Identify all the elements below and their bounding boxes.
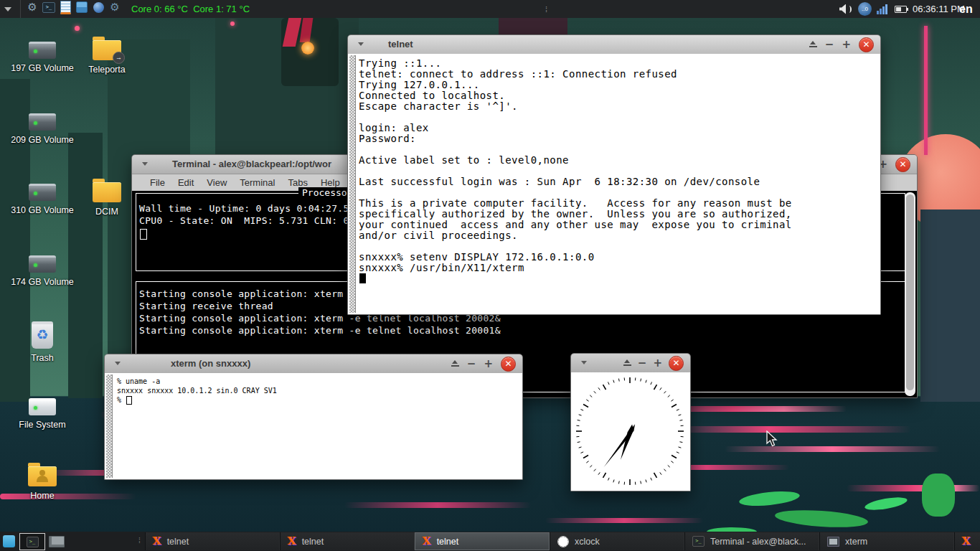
mouse-cursor <box>766 430 779 451</box>
telnet-titlebar[interactable]: telnet − + ✕ <box>348 35 880 55</box>
battery-icon[interactable] <box>895 0 907 18</box>
clock-icon <box>557 536 569 547</box>
cpu-graph-indicator[interactable]: ..0 <box>858 0 872 18</box>
desktop-icon-trash[interactable]: ♻ Trash <box>9 320 75 364</box>
desktop-icon-volume-310[interactable]: 310 GB Volume <box>9 179 75 217</box>
minimize-button[interactable]: − <box>467 359 476 369</box>
taskbar-task-terminal[interactable]: >_ Terminal - alex@black... <box>684 532 819 550</box>
panel-handle[interactable]: ⁞ <box>545 0 548 18</box>
desktop-icon-volume-197[interactable]: 197 GB Volume <box>9 37 75 75</box>
taskbar-task-overflow[interactable]: X <box>954 532 980 550</box>
home-folder-icon <box>28 466 57 486</box>
menu-edit[interactable]: Edit <box>171 177 200 188</box>
telnet-window: telnet − + ✕ Trying ::1... telnet: conne… <box>347 34 881 315</box>
close-button[interactable]: ✕ <box>501 357 516 372</box>
task-label: telnet <box>302 537 324 547</box>
menu-file[interactable]: File <box>143 177 171 188</box>
show-desktop-icon[interactable] <box>49 534 65 549</box>
folder-shortcut-icon: → <box>93 40 121 60</box>
keyboard-layout-indicator[interactable]: en <box>959 0 973 18</box>
minimize-button[interactable]: − <box>638 358 647 369</box>
shade-button[interactable] <box>451 360 459 367</box>
taskbar-task-telnet-2[interactable]: X telnet <box>280 532 415 550</box>
xclock-titlebar[interactable]: − + ✕ <box>571 354 690 373</box>
desktop-icon-label: 310 GB Volume <box>9 204 75 217</box>
desktop-icon-label: File System <box>9 419 75 431</box>
green-splash <box>738 489 800 509</box>
xterm-output-area[interactable]: % uname -a snxxxx snxxxx 10.0.1.2 sin.0 … <box>105 373 522 479</box>
task-label: Terminal - alex@black... <box>710 537 806 547</box>
neon-sign <box>924 26 928 155</box>
session-settings-icon[interactable]: ⚙ <box>108 0 122 14</box>
menu-help[interactable]: Help <box>314 177 347 188</box>
terminal-icon[interactable]: >_ <box>42 0 56 14</box>
panel-menu-arrow[interactable] <box>4 0 11 18</box>
shade-button[interactable] <box>623 359 631 367</box>
desktop-icon-dcim[interactable]: DCIM <box>74 178 140 218</box>
maximize-button[interactable]: + <box>484 359 493 369</box>
menu-tabs[interactable]: Tabs <box>281 177 314 188</box>
telnet-output-area[interactable]: Trying ::1... telnet: connect to address… <box>348 54 880 314</box>
drive-icon <box>29 255 56 273</box>
minimize-button[interactable]: − <box>825 39 834 50</box>
menu-view[interactable]: View <box>200 177 233 188</box>
close-button[interactable]: ✕ <box>669 356 684 371</box>
x11-icon: X <box>153 536 161 547</box>
panel-separator <box>20 0 21 18</box>
taskbar: >_ ⁞ X telnet X telnet X telnet xclock >… <box>0 532 980 551</box>
app-launcher-blue-icon[interactable] <box>3 534 15 548</box>
water-streak <box>344 502 531 508</box>
desktop-icon-label: Teleporta <box>74 64 140 76</box>
taskbar-task-telnet-3-active[interactable]: X telnet <box>415 532 550 550</box>
drive-icon <box>29 398 56 415</box>
drive-icon <box>29 184 56 201</box>
xclock-face-area <box>571 372 690 491</box>
window-menu-icon[interactable] <box>115 362 121 365</box>
network-signal-icon[interactable] <box>877 0 887 18</box>
terminal-scrollbar-thumb[interactable] <box>906 194 914 390</box>
settings-manager-icon[interactable]: ⚙ <box>25 0 39 14</box>
panel-clock[interactable]: 06:36:11 PM <box>913 0 965 18</box>
telnet-scrollbar[interactable] <box>349 55 356 313</box>
window-menu-icon[interactable] <box>358 42 364 46</box>
maximize-button[interactable]: + <box>653 358 662 369</box>
window-menu-icon[interactable] <box>581 361 587 364</box>
xterm-scrollbar[interactable] <box>106 375 113 478</box>
taskbar-task-xterm[interactable]: xterm <box>819 532 954 550</box>
task-label: xterm <box>845 537 867 547</box>
neon-dot <box>230 22 235 26</box>
desktop-icon-filesystem[interactable]: File System <box>9 394 75 431</box>
green-splash <box>922 474 955 517</box>
telnet-cursor <box>359 273 366 283</box>
analog-clock <box>571 372 689 490</box>
task-label: telnet <box>437 537 459 547</box>
taskbar-task-telnet-1[interactable]: X telnet <box>145 532 280 550</box>
window-menu-icon[interactable] <box>142 162 148 166</box>
telnet-window-title: telnet <box>388 39 413 50</box>
desktop-icon-volume-174[interactable]: 174 GB Volume <box>9 251 75 288</box>
taskbar-handle[interactable]: ⁞ <box>138 532 141 550</box>
water-streak <box>674 426 911 433</box>
desktop-icon-volume-209[interactable]: 209 GB Volume <box>9 109 75 146</box>
desktop-icon-teleporta[interactable]: → Teleporta <box>74 36 140 76</box>
person-glyph <box>37 470 48 481</box>
x11-icon: X <box>288 536 296 547</box>
terminal-launcher[interactable]: >_ <box>19 533 45 550</box>
terminal-scrollbar[interactable] <box>905 192 915 396</box>
green-splash <box>774 507 868 529</box>
cpu-temperature-readout[interactable]: Core 0: 66 °C Core 1: 71 °C <box>131 0 250 18</box>
browser-icon[interactable] <box>91 0 105 14</box>
xclock-window: − + ✕ <box>570 353 691 491</box>
desktop-icon-home[interactable]: Home <box>9 462 75 502</box>
taskbar-task-xclock[interactable]: xclock <box>550 532 684 550</box>
xterm-titlebar[interactable]: xterm (on snxxxx) − + ✕ <box>105 354 522 374</box>
volume-icon[interactable] <box>839 0 852 18</box>
maximize-button[interactable]: + <box>842 39 851 50</box>
drive-icon <box>29 113 56 131</box>
close-button[interactable]: ✕ <box>859 37 874 52</box>
shade-button[interactable] <box>809 41 817 48</box>
close-button[interactable]: ✕ <box>895 157 910 172</box>
file-manager-icon[interactable] <box>75 0 89 14</box>
notes-icon[interactable] <box>58 0 72 14</box>
menu-terminal[interactable]: Terminal <box>233 177 281 188</box>
